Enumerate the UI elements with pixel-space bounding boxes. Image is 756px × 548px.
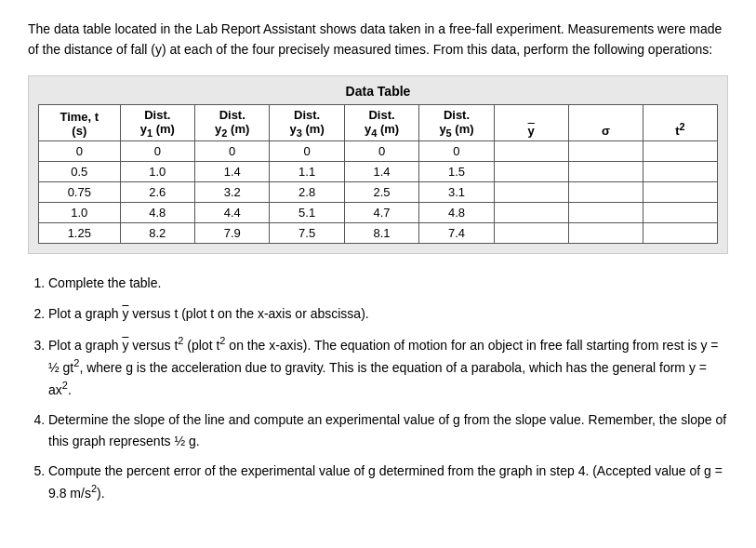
table-cell: 1.4 [344, 162, 418, 182]
table-cell [494, 162, 568, 182]
table-cell [643, 141, 717, 162]
table-cell [643, 203, 717, 223]
col-header-y1: Dist.y1 (m) [120, 104, 194, 141]
instructions-section: Complete the table.Plot a graph y versus… [28, 273, 728, 503]
table-row: 000000 [39, 141, 718, 162]
col-header-sigma: σ [568, 104, 643, 141]
table-cell: 7.4 [419, 223, 494, 244]
table-cell: 2.6 [120, 182, 194, 203]
table-cell: 0 [270, 141, 344, 162]
table-cell: 4.8 [120, 203, 194, 223]
table-cell: 3.2 [195, 182, 270, 203]
table-cell [494, 182, 568, 203]
table-cell [568, 162, 643, 182]
table-row: 1.258.27.97.58.17.4 [39, 223, 718, 244]
col-header-tsq: t2 [643, 104, 717, 141]
table-cell: 4.4 [195, 203, 270, 223]
instruction-item-3: Plot a graph y versus t2 (plot t2 on the… [48, 333, 728, 400]
table-cell [568, 141, 643, 162]
data-table-title: Data Table [38, 84, 718, 99]
table-cell: 0.5 [39, 162, 121, 182]
table-cell [568, 223, 643, 244]
table-cell [568, 182, 643, 203]
table-cell: 1.0 [120, 162, 194, 182]
table-cell [643, 182, 717, 203]
table-cell [643, 162, 717, 182]
table-cell: 2.8 [270, 182, 344, 203]
instruction-item-2: Plot a graph y versus t (plot t on the x… [48, 303, 728, 324]
table-cell: 5.1 [270, 203, 344, 223]
data-table: Time, t(s) Dist.y1 (m) Dist.y2 (m) Dist.… [38, 104, 718, 245]
table-cell: 1.4 [195, 162, 270, 182]
table-cell: 0 [419, 141, 494, 162]
instruction-item-1: Complete the table. [48, 273, 728, 293]
table-cell [494, 203, 568, 223]
table-cell [494, 223, 568, 244]
table-cell: 0 [120, 141, 194, 162]
intro-paragraph: The data table located in the Lab Report… [28, 19, 728, 60]
table-row: 0.51.01.41.11.41.5 [39, 162, 718, 182]
col-header-y3: Dist.y3 (m) [270, 104, 344, 141]
table-cell: 1.0 [39, 203, 121, 223]
table-cell: 1.25 [39, 223, 121, 244]
table-cell: 8.2 [120, 223, 194, 244]
table-cell: 4.8 [419, 203, 494, 223]
table-cell: 1.1 [270, 162, 344, 182]
table-row: 0.752.63.22.82.53.1 [39, 182, 718, 203]
table-cell: 4.7 [344, 203, 418, 223]
data-table-container: Data Table Time, t(s) Dist.y1 (m) Dist.y… [28, 75, 728, 255]
instruction-item-4: Determine the slope of the line and comp… [48, 409, 728, 451]
table-cell [568, 203, 643, 223]
col-header-time: Time, t(s) [39, 104, 121, 141]
table-cell: 8.1 [344, 223, 418, 244]
table-cell [494, 141, 568, 162]
table-cell: 0.75 [39, 182, 121, 203]
col-header-y4: Dist.y4 (m) [344, 104, 418, 141]
table-cell [643, 223, 717, 244]
table-cell: 3.1 [419, 182, 494, 203]
col-header-y5: Dist.y5 (m) [419, 104, 494, 141]
instruction-item-5: Compute the percent error of the experim… [48, 461, 728, 503]
table-cell: 2.5 [344, 182, 418, 203]
col-header-y2: Dist.y2 (m) [195, 104, 270, 141]
table-cell: 0 [39, 141, 121, 162]
table-cell: 0 [195, 141, 270, 162]
table-cell: 7.5 [270, 223, 344, 244]
table-cell: 7.9 [195, 223, 270, 244]
table-row: 1.04.84.45.14.74.8 [39, 203, 718, 223]
col-header-ybar: y [494, 104, 568, 141]
table-cell: 0 [344, 141, 418, 162]
table-cell: 1.5 [419, 162, 494, 182]
